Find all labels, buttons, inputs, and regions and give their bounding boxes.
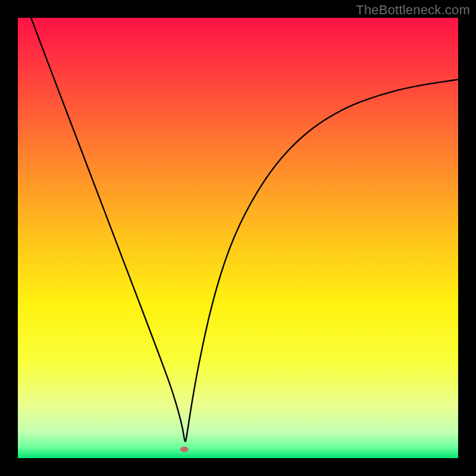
marker-layer bbox=[180, 447, 189, 452]
chart-frame: TheBottleneck.com bbox=[0, 0, 476, 476]
chart-svg bbox=[18, 18, 458, 458]
watermark-text: TheBottleneck.com bbox=[356, 2, 470, 18]
plot-area bbox=[18, 18, 458, 458]
gradient-background bbox=[18, 18, 458, 458]
min-marker bbox=[180, 447, 189, 452]
